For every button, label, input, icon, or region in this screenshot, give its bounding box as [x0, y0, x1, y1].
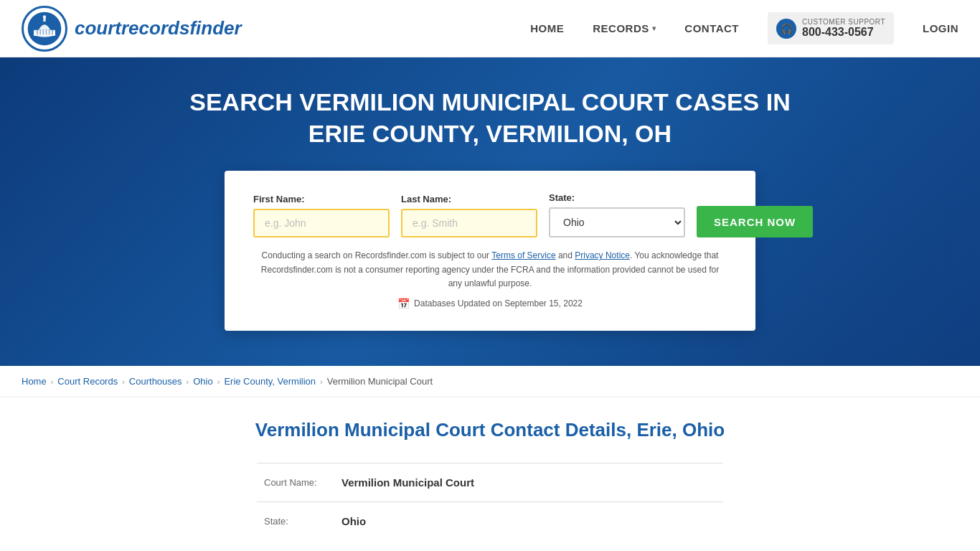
svg-rect-10 [49, 29, 50, 34]
logo-area[interactable]: courtrecordsfinder [22, 6, 242, 52]
breadcrumb-home[interactable]: Home [22, 376, 47, 387]
last-name-group: Last Name: [401, 194, 537, 237]
login-button[interactable]: LOGIN [923, 22, 958, 34]
svg-rect-8 [43, 29, 44, 34]
site-header: courtrecordsfinder HOME RECORDS ▾ CONTAC… [0, 0, 980, 57]
svg-rect-9 [46, 29, 47, 34]
main-content: Vermilion Municipal Court Contact Detail… [167, 397, 813, 551]
breadcrumb-sep-1: › [51, 377, 54, 386]
search-fields: First Name: Last Name: State: Ohio Alaba… [253, 192, 727, 237]
court-name-value: Vermilion Municipal Court [341, 476, 474, 489]
breadcrumb-court-records[interactable]: Court Records [57, 376, 118, 387]
headset-icon: 🎧 [776, 19, 796, 39]
breadcrumb-current: Vermilion Municipal Court [327, 376, 433, 387]
breadcrumb-erie-county[interactable]: Erie County, Vermilion [224, 376, 316, 387]
disclaimer-text: Conducting a search on Recordsfinder.com… [253, 249, 727, 291]
detail-table: Court Name: Vermilion Municipal Court St… [257, 463, 723, 540]
court-name-row: Court Name: Vermilion Municipal Court [257, 463, 723, 501]
state-row: State: Ohio [257, 501, 723, 540]
privacy-link[interactable]: Privacy Notice [575, 250, 630, 260]
state-row-label: State: [264, 516, 336, 527]
main-nav: HOME RECORDS ▾ CONTACT 🎧 CUSTOMER SUPPOR… [530, 12, 958, 44]
state-row-value: Ohio [341, 515, 366, 527]
nav-home[interactable]: HOME [530, 22, 564, 34]
support-box[interactable]: 🎧 CUSTOMER SUPPORT 800-433-0567 [768, 12, 894, 44]
page-title: Vermilion Municipal Court Contact Detail… [182, 419, 798, 441]
hero-title: SEARCH VERMILION MUNICIPAL COURT CASES I… [167, 86, 813, 149]
court-name-label: Court Name: [264, 477, 336, 488]
hero-content: SEARCH VERMILION MUNICIPAL COURT CASES I… [14, 86, 966, 331]
logo-text: courtrecordsfinder [75, 17, 242, 39]
breadcrumb-sep-2: › [122, 377, 125, 386]
breadcrumb-sep-3: › [187, 377, 189, 386]
terms-link[interactable]: Terms of Service [491, 250, 555, 260]
svg-rect-7 [39, 29, 41, 34]
state-label: State: [549, 192, 685, 203]
db-update: 📅 Databases Updated on September 15, 202… [253, 298, 727, 309]
last-name-input[interactable] [401, 209, 537, 237]
first-name-label: First Name: [253, 194, 390, 204]
first-name-input[interactable] [253, 209, 390, 237]
nav-contact[interactable]: CONTACT [684, 22, 739, 34]
breadcrumb: Home › Court Records › Courthouses › Ohi… [0, 366, 980, 397]
calendar-icon: 📅 [397, 298, 410, 309]
nav-records[interactable]: RECORDS ▾ [593, 22, 656, 34]
hero-section: SEARCH VERMILION MUNICIPAL COURT CASES I… [0, 57, 980, 366]
search-button[interactable]: SEARCH NOW [697, 206, 813, 237]
first-name-group: First Name: [253, 194, 390, 237]
svg-rect-6 [37, 29, 38, 34]
breadcrumb-courthouses[interactable]: Courthouses [129, 376, 182, 387]
state-select[interactable]: Ohio Alabama Alaska Arizona California F… [549, 207, 685, 237]
svg-point-4 [43, 15, 46, 18]
logo-icon [22, 6, 67, 52]
search-card: First Name: Last Name: State: Ohio Alaba… [225, 171, 755, 331]
state-group: State: Ohio Alabama Alaska Arizona Calif… [549, 192, 685, 237]
support-info: CUSTOMER SUPPORT 800-433-0567 [802, 18, 885, 39]
breadcrumb-sep-5: › [320, 377, 323, 386]
chevron-down-icon: ▾ [652, 24, 656, 32]
breadcrumb-sep-4: › [217, 377, 220, 386]
last-name-label: Last Name: [401, 194, 537, 204]
svg-rect-11 [52, 29, 53, 34]
breadcrumb-ohio[interactable]: Ohio [193, 376, 212, 387]
